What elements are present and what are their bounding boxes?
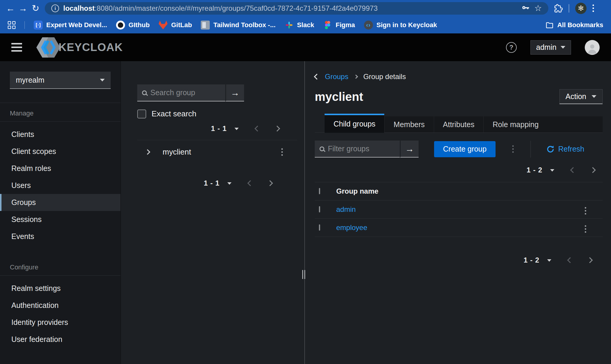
filter-groups — [315, 141, 419, 158]
person-icon — [586, 42, 598, 55]
extensions-icon[interactable] — [554, 4, 563, 13]
sidebar-item-identity-providers[interactable]: Identity providers — [0, 314, 121, 331]
password-key-icon[interactable] — [521, 4, 530, 13]
browser-profile-avatar[interactable] — [575, 3, 587, 14]
sidebar-item-users[interactable]: Users — [0, 177, 121, 194]
bookmark-keycloak[interactable]: Sign in to Keycloak — [364, 21, 437, 30]
sidebar-item-authentication[interactable]: Authentication — [0, 297, 121, 314]
sidebar-item-events[interactable]: Events — [0, 228, 121, 245]
configure-section-label: Configure — [0, 257, 121, 271]
all-bookmarks-button[interactable]: All Bookmarks — [545, 21, 603, 29]
per-page-caret[interactable] — [547, 257, 551, 263]
tab-child-groups[interactable]: Child groups — [325, 114, 384, 133]
reload-icon[interactable]: ↻ — [29, 3, 42, 13]
table-header-row: Group name — [315, 182, 603, 200]
back-chevron-icon[interactable] — [314, 74, 320, 80]
help-icon[interactable] — [506, 42, 517, 53]
select-all-checkbox[interactable] — [319, 188, 320, 194]
next-page-icon[interactable] — [587, 257, 593, 263]
filter-groups-input[interactable] — [328, 144, 395, 153]
bookmarks-separator — [24, 21, 25, 29]
github-favicon — [116, 21, 125, 30]
toolbar-kebab-icon[interactable] — [512, 145, 514, 153]
bookmark-gitlab[interactable]: GitLab — [159, 21, 192, 30]
sidebar-item-sessions[interactable]: Sessions — [0, 211, 121, 228]
bookmark-star-icon[interactable]: ☆ — [534, 3, 542, 13]
tailwind-favicon — [201, 21, 210, 30]
keycloak-logo[interactable]: KEYCLOAK — [36, 36, 123, 59]
action-dropdown-button[interactable]: Action — [559, 89, 603, 104]
realm-selector[interactable]: myrealm — [10, 72, 111, 89]
filter-submit-button[interactable] — [400, 141, 419, 158]
browser-menu-icon[interactable] — [593, 4, 594, 12]
sidebar-item-realm-roles[interactable]: Realm roles — [0, 160, 121, 177]
per-page-caret[interactable] — [550, 167, 554, 173]
sidebar-item-client-scopes[interactable]: Client scopes — [0, 143, 121, 160]
per-page-caret[interactable] — [227, 181, 232, 186]
address-bar[interactable]: localhost:8080/admin/master/console/#/my… — [45, 2, 548, 15]
group-search-field[interactable] — [137, 84, 225, 101]
next-page-icon[interactable] — [267, 180, 273, 186]
keycloak-header: KEYCLOAK admin — [0, 33, 611, 61]
tree-item-myclient[interactable]: myclient — [137, 143, 301, 161]
tree-pagination-bottom: 1 - 1 — [137, 179, 301, 187]
panel-resize-handle[interactable] — [302, 270, 305, 279]
bookmark-label: Sign in to Keycloak — [377, 21, 437, 29]
forward-icon[interactable]: → — [17, 3, 29, 13]
row-checkbox[interactable] — [319, 206, 320, 212]
create-group-button[interactable]: Create group — [434, 141, 496, 157]
tab-attributes[interactable]: Attributes — [434, 116, 484, 132]
user-dropdown[interactable]: admin — [530, 40, 571, 55]
refresh-button[interactable]: Refresh — [546, 145, 584, 153]
action-label: Action — [566, 92, 586, 101]
row-kebab-icon[interactable] — [585, 225, 586, 233]
groups-tree-panel: Exact search 1 - 1 myclient 1 - 1 — [121, 61, 305, 364]
expand-chevron-icon[interactable] — [145, 149, 150, 155]
row-kebab-icon[interactable] — [585, 207, 586, 215]
apps-grid-icon[interactable] — [8, 21, 16, 29]
filter-groups-field[interactable] — [315, 141, 400, 158]
bookmark-tailwind[interactable]: Tailwind Toolbox -... — [201, 21, 275, 30]
tree-item-kebab-icon[interactable] — [281, 148, 283, 156]
user-avatar[interactable] — [585, 40, 600, 55]
next-page-icon[interactable] — [274, 126, 280, 132]
bookmark-github[interactable]: GIthub — [116, 21, 150, 30]
bookmark-slack[interactable]: Slack — [285, 21, 314, 30]
url-text[interactable]: localhost:8080/admin/master/console/#/my… — [63, 4, 517, 13]
back-icon[interactable]: ← — [4, 3, 17, 13]
sidebar-item-groups[interactable]: Groups — [0, 194, 121, 211]
prev-page-icon[interactable] — [247, 180, 253, 186]
group-search-input[interactable] — [150, 88, 220, 97]
prev-page-icon[interactable] — [254, 126, 260, 132]
bookmark-figma[interactable]: Figma — [323, 21, 355, 30]
page-title: myclient — [315, 90, 363, 104]
search-submit-button[interactable] — [225, 84, 244, 101]
chevron-down-icon — [592, 95, 596, 98]
prev-page-icon[interactable] — [567, 257, 573, 263]
tab-role-mapping[interactable]: Role mapping — [483, 116, 547, 132]
site-info-icon[interactable] — [51, 4, 59, 12]
row-checkbox[interactable] — [319, 224, 320, 231]
url-path: :8080/admin/master/console/#/myrealm/gro… — [95, 4, 378, 12]
group-link-employee[interactable]: employee — [336, 219, 585, 237]
tab-members[interactable]: Members — [384, 116, 433, 132]
all-bookmarks-label: All Bookmarks — [557, 21, 603, 29]
sidebar-item-realm-settings[interactable]: Realm settings — [0, 280, 121, 297]
breadcrumb-current: Group details — [363, 73, 406, 81]
child-groups-table: Group name admin employee — [315, 182, 603, 237]
group-link-admin[interactable]: admin — [336, 200, 585, 219]
breadcrumb-groups-link[interactable]: Groups — [325, 73, 348, 81]
bookmarks-bar: Expert Web Devel... GIthub GitLab Tailwi… — [0, 16, 611, 33]
exact-search-checkbox[interactable] — [137, 109, 146, 118]
tabs: Child groups Members Attributes Role map… — [315, 114, 603, 133]
next-page-icon[interactable] — [590, 167, 596, 173]
per-page-caret[interactable] — [234, 126, 239, 131]
breadcrumb: Groups Group details — [315, 73, 603, 81]
figma-favicon — [323, 21, 332, 30]
sidebar-item-clients[interactable]: Clients — [0, 126, 121, 143]
bookmark-label: Tailwind Toolbox -... — [213, 21, 275, 29]
bookmark-expert-web[interactable]: Expert Web Devel... — [34, 21, 107, 30]
prev-page-icon[interactable] — [570, 167, 576, 173]
hamburger-menu-icon[interactable] — [11, 43, 22, 52]
sidebar-item-user-federation[interactable]: User federation — [0, 331, 121, 348]
